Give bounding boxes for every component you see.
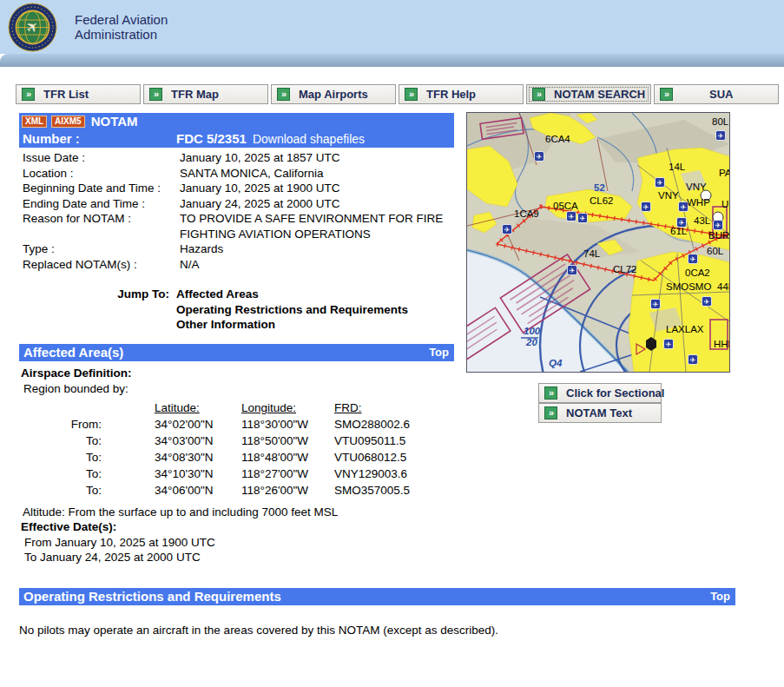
field-value: TO PROVIDE A SAFE ENVIRONMENT FOR FIRE F… — [180, 211, 454, 241]
airport-label: UR — [721, 199, 729, 209]
notam-title-bar: XML AIXM5 NOTAM — [19, 113, 454, 129]
nav-notam-search-button[interactable]: » NOTAM SEARCH — [526, 84, 651, 104]
nav-label: TFR Help — [426, 88, 476, 101]
airport-plane-icon: ✈ — [642, 202, 651, 212]
jump-link-operating-restrictions[interactable]: Operating Restrictions and Requirements — [176, 302, 408, 318]
section-title: Affected Area(s) — [23, 345, 123, 360]
coord-lat: 34°10'30"N — [155, 466, 241, 482]
airport-label: LAXLAX — [666, 324, 704, 334]
agency-title: Federal Aviation Administration — [75, 12, 168, 42]
click-for-sectional-button[interactable]: » Click for Sectional — [538, 383, 662, 403]
field-row: Issue Date : January 10, 2025 at 1857 UT… — [19, 150, 454, 166]
aixm5-badge-link[interactable]: AIXM5 — [51, 116, 85, 128]
region-bounded-label: Region bounded by: — [23, 382, 128, 395]
svg-text:✈: ✈ — [681, 203, 687, 211]
field-label: Beginning Date and Time : — [19, 181, 180, 196]
nav-sua-button[interactable]: » SUA — [654, 84, 779, 104]
coord-lat: 34°08'30"N — [155, 449, 241, 466]
top-link[interactable]: Top — [710, 588, 730, 605]
airport-label: 14L — [669, 162, 686, 172]
tfr-sectional-map[interactable]: ✈✈✈✈✈✈✈✈✈✈✈✈✈✈✈✈80L6CA414LPAVNYVNYWHPUR0… — [467, 113, 729, 372]
nav-tfr-map-button[interactable]: » TFR Map — [143, 84, 268, 104]
jump-link-affected-areas[interactable]: Affected Areas — [176, 287, 408, 302]
field-row: Type : Hazards — [19, 241, 454, 257]
faa-seal-logo: ✈ — [8, 3, 57, 52]
field-value: N/A — [180, 257, 454, 273]
field-value: Hazards — [180, 241, 454, 257]
field-label: Replaced NOTAM(s) : — [19, 257, 180, 273]
field-label: Reason for NOTAM : — [19, 211, 180, 241]
xml-badge-link[interactable]: XML — [22, 116, 47, 128]
field-row: Beginning Date and Time : January 10, 20… — [19, 181, 454, 196]
faa-tfr-notam-page: ✈ Federal Aviation Administration » TFR … — [0, 0, 784, 687]
coord-row: To: 34°03'00"N 118°50'00"W VTU095011.5 — [19, 433, 410, 449]
airport-label: BUR — [708, 230, 729, 241]
airport-label: 20 — [525, 337, 537, 347]
nav-tfr-help-button[interactable]: » TFR Help — [399, 84, 524, 104]
airport-plane-icon: ✈ — [688, 355, 698, 365]
notam-details: XML AIXM5 NOTAM Number : FDC 5/2351 Down… — [19, 113, 454, 333]
field-value: January 10, 2025 at 1857 UTC — [180, 150, 454, 166]
field-label: Ending Date and Time : — [19, 196, 180, 212]
svg-text:✈: ✈ — [666, 340, 672, 348]
coord-header-row: Latitude: Longitude: FRD: — [19, 400, 410, 416]
top-link[interactable]: Top — [429, 344, 449, 361]
airport-label: HHR — [714, 339, 729, 349]
notam-title: NOTAM — [91, 114, 138, 129]
nav-tfr-list-button[interactable]: » TFR List — [16, 84, 141, 104]
airport-label: 0CA2 — [685, 268, 710, 278]
airport-label: 52 — [594, 182, 605, 193]
operating-restrictions-header-bar: Operating Restrictions and Requirements … — [19, 588, 735, 605]
coord-dir: To: — [19, 449, 102, 466]
airport-plane-icon: ✈ — [702, 297, 712, 307]
jump-link-other-information[interactable]: Other Information — [176, 317, 408, 333]
airport-plane-icon: ✈ — [567, 212, 576, 221]
coord-dir: To: — [19, 466, 102, 482]
double-chevron-icon: » — [277, 88, 290, 101]
nav-label: TFR List — [43, 88, 89, 101]
airport-label: SMOSMO — [666, 281, 711, 292]
nav-label: SUA — [709, 88, 733, 101]
field-label: Type : — [19, 241, 180, 257]
svg-text:✈: ✈ — [690, 356, 696, 364]
coord-lat: 34°02'00"N — [155, 416, 241, 433]
svg-text:✈: ✈ — [718, 132, 724, 140]
double-chevron-icon: » — [544, 406, 557, 419]
airport-label: PA — [719, 168, 729, 178]
field-row: Reason for NOTAM : TO PROVIDE A SAFE ENV… — [19, 211, 454, 241]
field-row: Ending Date and Time : January 24, 2025 … — [19, 196, 454, 212]
coord-row: To: 34°10'30"N 118°27'00"W VNY129003.6 — [19, 466, 410, 482]
button-label: NOTAM Text — [566, 406, 632, 419]
affected-areas-header-bar: Affected Area(s) Top — [19, 344, 454, 361]
coord-lon: 118°26'00"W — [241, 482, 334, 499]
nav-map-airports-button[interactable]: » Map Airports — [271, 84, 396, 104]
field-row: Replaced NOTAM(s) : N/A — [19, 257, 454, 273]
coord-dir: From: — [19, 416, 102, 433]
coordinates-table: Latitude: Longitude: FRD: From: 34°02'00… — [19, 400, 410, 499]
nav-label: TFR Map — [171, 88, 219, 101]
restriction-text: No pilots may operate an aircraft in the… — [19, 624, 498, 637]
section-title: Operating Restrictions and Requirements — [23, 589, 281, 604]
effective-dates-label: Effective Date(s): — [21, 520, 116, 533]
airport-plane-icon: ✈ — [568, 266, 577, 275]
airport-label: WHP — [687, 197, 710, 208]
coord-lat: 34°06'00"N — [155, 482, 241, 499]
download-shapefiles-link[interactable]: Download shapefiles — [253, 132, 365, 146]
coord-dir: To: — [19, 433, 102, 449]
nav-label: NOTAM SEARCH — [554, 88, 645, 101]
airport-plane-icon: ✈ — [716, 131, 726, 141]
notam-text-button[interactable]: » NOTAM Text — [538, 403, 662, 423]
svg-text:✈: ✈ — [704, 298, 710, 306]
coord-frd: VNY129003.6 — [334, 466, 407, 482]
field-row: Location : SANTA MONICA, California — [19, 166, 454, 182]
jump-to-label: Jump To: — [19, 287, 176, 333]
coord-row: From: 34°02'00"N 118°30'00"W SMO288002.6 — [19, 416, 410, 433]
coord-row: To: 34°06'00"N 118°26'00"W SMO357005.5 — [19, 482, 410, 499]
airport-label: 61L — [670, 226, 688, 236]
double-chevron-icon: » — [532, 88, 545, 101]
airport-label: VNY — [686, 182, 707, 192]
coord-frd: VTU068012.5 — [334, 449, 406, 466]
coord-dir: To: — [19, 482, 102, 499]
airport-label: 43L — [694, 215, 711, 226]
altitude-text: Altitude: From the surface up to and inc… — [23, 505, 338, 519]
